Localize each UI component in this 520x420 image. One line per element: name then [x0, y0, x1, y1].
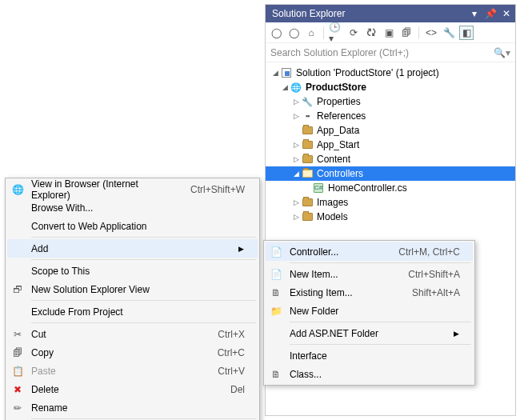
menu-item-shortcut: Ctrl+X	[218, 329, 245, 340]
panel-titlebar: Solution Explorer ▾ 📌 ✕	[266, 5, 515, 22]
refresh-icon[interactable]: 🗘	[364, 26, 378, 40]
forward-icon[interactable]: ◯	[286, 26, 301, 40]
appdata-node[interactable]: App_Data	[266, 123, 515, 138]
homecontroller-node[interactable]: C# HomeController.cs	[266, 181, 515, 195]
menu-item-shortcut: Ctrl+V	[218, 366, 245, 377]
delete-icon: ✖	[9, 382, 26, 397]
menu-separator	[31, 300, 256, 301]
menu-item-shortcut: Shift+Alt+A	[412, 287, 460, 298]
menu-item-controller[interactable]: 📄Controller...Ctrl+M, Ctrl+C	[266, 242, 473, 261]
menu-item-exclude-from-project[interactable]: Exclude From Project	[7, 302, 258, 321]
menu-item-new-folder[interactable]: 📁New Folder	[266, 302, 473, 320]
node-label: App_Data	[317, 125, 359, 136]
menu-item-rename[interactable]: ✏Rename	[7, 398, 258, 417]
folder-icon	[301, 139, 314, 150]
menu-item-label: Convert to Web Application	[31, 221, 245, 232]
expand-icon[interactable]: ◢	[291, 170, 301, 178]
pending-changes-icon[interactable]: 🕒▾	[329, 26, 343, 40]
menu-separator	[31, 259, 256, 260]
wrench-icon	[301, 96, 314, 107]
menu-item-existing-item[interactable]: 🗎Existing Item...Shift+Alt+A	[266, 283, 473, 302]
models-node[interactable]: ▷ Models	[266, 210, 515, 224]
expand-icon[interactable]: ▷	[291, 155, 301, 163]
copy-icon: 🗐	[9, 346, 26, 360]
expand-icon[interactable]: ▷	[291, 198, 301, 206]
folder-icon	[301, 154, 314, 165]
node-label: Controllers	[317, 168, 363, 179]
menu-item-label: View in Browser (Internet Explorer)	[31, 178, 171, 201]
newitem-icon: 📄	[267, 267, 285, 282]
solution-icon	[280, 67, 293, 78]
menu-item-delete[interactable]: ✖DeleteDel	[7, 380, 258, 398]
menu-item-convert-to-web-application[interactable]: Convert to Web Application	[7, 217, 258, 235]
blank-icon	[9, 219, 26, 234]
menu-item-add[interactable]: Add▶	[7, 239, 258, 258]
menu-separator	[31, 237, 256, 238]
menu-item-new-item[interactable]: 📄New Item...Ctrl+Shift+A	[266, 265, 473, 283]
menu-item-shortcut: Ctrl+Shift+A	[408, 269, 460, 280]
menu-separator	[31, 322, 256, 323]
menu-separator	[290, 344, 471, 345]
show-all-files-icon[interactable]: 🗐	[399, 26, 414, 40]
solution-tree: ◢ Solution 'ProductStore' (1 project) ◢ …	[266, 62, 515, 227]
menu-separator	[31, 418, 256, 419]
panel-menu-button[interactable]: ▾	[469, 5, 480, 22]
submenu-arrow-icon: ▶	[452, 330, 460, 338]
rename-icon: ✏	[9, 401, 26, 415]
menu-item-scope-to-this[interactable]: Scope to This	[7, 262, 258, 280]
menu-item-label: Rename	[31, 402, 245, 414]
menu-item-cut[interactable]: ✂CutCtrl+X	[7, 325, 258, 343]
images-node[interactable]: ▷ Images	[266, 195, 515, 210]
controllers-node[interactable]: ◢ Controllers	[266, 166, 515, 181]
menu-item-class[interactable]: 🗎Class...	[266, 365, 473, 383]
cut-icon: ✂	[9, 327, 26, 342]
properties-node[interactable]: ▷ Properties	[266, 94, 515, 109]
collapse-all-icon[interactable]: ▣	[382, 26, 396, 40]
content-node[interactable]: ▷ Content	[266, 152, 515, 166]
context-menu-add: 📄Controller...Ctrl+M, Ctrl+C📄New Item...…	[263, 240, 475, 386]
appstart-node[interactable]: ▷ App_Start	[266, 138, 515, 152]
pin-icon[interactable]: 📌	[485, 5, 496, 22]
menu-item-copy[interactable]: 🗐CopyCtrl+C	[7, 343, 258, 362]
close-icon[interactable]: ✕	[501, 5, 512, 22]
expand-icon[interactable]: ▷	[291, 213, 301, 221]
paste-icon: 📋	[9, 364, 26, 378]
node-label: Models	[317, 211, 348, 222]
expand-icon[interactable]: ▷	[291, 98, 301, 106]
expand-icon[interactable]: ◢	[280, 83, 290, 91]
menu-item-label: Browse With...	[31, 202, 245, 214]
menu-item-shortcut: Ctrl+M, Ctrl+C	[398, 246, 460, 258]
menu-item-label: Interface	[290, 350, 460, 362]
menu-item-label: New Item...	[290, 269, 389, 280]
blank-icon	[9, 264, 26, 278]
expand-icon[interactable]: ◢	[270, 69, 280, 77]
properties-icon[interactable]: 🔧	[442, 26, 456, 40]
references-node[interactable]: ▷ References	[266, 109, 515, 123]
view-code-icon[interactable]: <>	[424, 26, 438, 40]
menu-item-new-solution-explorer-view[interactable]: 🗗New Solution Explorer View	[7, 280, 258, 298]
menu-item-label: New Folder	[290, 306, 460, 317]
menu-item-label: New Solution Explorer View	[31, 284, 245, 295]
search-box[interactable]: Search Solution Explorer (Ctrl+;) 🔍▾	[266, 43, 515, 62]
menu-item-label: Exclude From Project	[31, 306, 245, 318]
project-node[interactable]: ◢ ProductStore	[266, 80, 515, 94]
preview-selected-icon[interactable]: ◧	[459, 26, 474, 40]
menu-item-interface[interactable]: Interface	[266, 346, 473, 365]
solution-node[interactable]: ◢ Solution 'ProductStore' (1 project)	[266, 66, 515, 80]
blank-icon	[267, 349, 285, 363]
menu-item-browse-with[interactable]: Browse With...	[7, 198, 258, 217]
sync-icon[interactable]: ⟳	[346, 26, 361, 40]
home-icon[interactable]: ⌂	[304, 26, 318, 40]
menu-item-view-in-browser-internet-explorer[interactable]: 🌐View in Browser (Internet Explorer)Ctrl…	[7, 180, 258, 198]
menu-item-shortcut: Del	[230, 384, 245, 395]
search-placeholder: Search Solution Explorer (Ctrl+;)	[270, 47, 494, 58]
project-label: ProductStore	[306, 82, 366, 93]
folder-icon	[301, 197, 314, 208]
expand-icon[interactable]: ▷	[291, 112, 301, 120]
menu-item-label: Delete	[31, 384, 211, 395]
back-icon[interactable]: ◯	[269, 26, 283, 40]
menu-item-label: Add	[31, 243, 237, 254]
menu-item-label: Add ASP.NET Folder	[290, 328, 452, 339]
menu-item-add-asp-net-folder[interactable]: Add ASP.NET Folder▶	[266, 324, 473, 342]
expand-icon[interactable]: ▷	[291, 141, 301, 149]
